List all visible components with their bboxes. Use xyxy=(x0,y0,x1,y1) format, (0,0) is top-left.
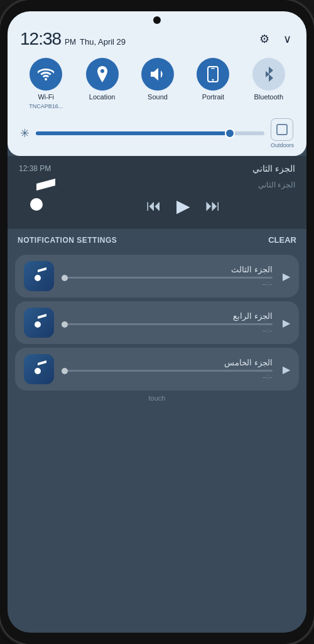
notif-play-3[interactable]: ▶ xyxy=(283,364,290,375)
notif-progress-2 xyxy=(62,323,273,325)
notif-title-3: الجزء الخامس xyxy=(62,358,273,367)
outdoors-button[interactable] xyxy=(271,118,293,141)
music-player: 12:38 PM الجزء الثاني الجزء الثاني ⏮ ▶ ⏭ xyxy=(8,156,306,229)
bluetooth-icon xyxy=(263,66,274,82)
music-icon-1 xyxy=(30,267,48,285)
svg-rect-1 xyxy=(211,68,215,69)
brightness-fill xyxy=(36,131,230,135)
player-title: الجزء الثاني xyxy=(252,164,295,174)
time-display: 12:38 PM Thu, April 29 xyxy=(20,29,126,49)
outdoors-label: Outdoors xyxy=(271,142,294,148)
portrait-circle xyxy=(197,58,229,91)
wifi-label: Wi-Fi xyxy=(38,93,54,101)
notif-title-2: الجزء الرابع xyxy=(62,311,273,321)
brightness-slider[interactable] xyxy=(36,131,264,135)
wifi-sublabel: TNCAPB16... xyxy=(29,103,63,109)
status-bar: 12:38 PM Thu, April 29 ⚙ ∨ xyxy=(18,29,296,49)
notif-content-1: الجزء الثالث --:-- xyxy=(62,265,273,287)
clock-ampm: PM xyxy=(65,38,76,47)
outdoors-square-icon xyxy=(276,123,288,136)
notif-duration-2: --:-- xyxy=(62,327,273,334)
notif-duration-1: --:-- xyxy=(62,280,273,287)
music-note-svg xyxy=(19,176,63,220)
music-icon-2 xyxy=(30,314,48,331)
notif-progress-dot-2 xyxy=(62,321,68,328)
notification-settings-label[interactable]: NOTIFICATION SETTINGS xyxy=(18,236,117,245)
bluetooth-circle xyxy=(252,58,285,91)
notif-card-2[interactable]: الجزء الرابع --:-- ▶ xyxy=(15,301,299,344)
toggles-row: Wi-Fi TNCAPB16... Location xyxy=(18,58,296,109)
player-body: الجزء الثاني ⏮ ▶ ⏭ xyxy=(19,176,295,220)
notif-title-1: الجزء الثالث xyxy=(62,265,273,274)
wifi-icon xyxy=(38,67,54,81)
player-right: الجزء الثاني ⏮ ▶ ⏭ xyxy=(72,180,295,216)
location-label: Location xyxy=(89,93,116,101)
notif-progress-dot-3 xyxy=(62,368,68,374)
svg-point-2 xyxy=(212,79,214,81)
player-subtitle: الجزء الثاني xyxy=(72,180,295,189)
player-time: 12:38 PM xyxy=(19,164,51,173)
notif-music-icon-2 xyxy=(24,308,54,338)
brightness-icon: ✳ xyxy=(20,126,30,140)
svg-rect-3 xyxy=(277,125,287,135)
notifications-area: NOTIFICATION SETTINGS CLEAR الجزء الثالث… xyxy=(8,229,306,404)
camera-notch xyxy=(153,16,161,24)
outdoors-wrapper: Outdoors xyxy=(271,118,294,148)
location-circle xyxy=(86,58,119,91)
toggle-portrait[interactable]: Portrait xyxy=(197,58,229,109)
music-icon-3 xyxy=(30,360,48,378)
play-button[interactable]: ▶ xyxy=(176,196,190,216)
status-icons: ⚙ ∨ xyxy=(257,32,294,46)
quick-settings-panel: 12:38 PM Thu, April 29 ⚙ ∨ xyxy=(8,11,306,156)
notif-content-3: الجزء الخامس --:-- xyxy=(62,358,273,380)
portrait-label: Portrait xyxy=(202,93,224,101)
phone-shell: 12:38 PM Thu, April 29 ⚙ ∨ xyxy=(0,0,314,644)
wifi-circle xyxy=(30,58,62,91)
player-controls: ⏮ ▶ ⏭ xyxy=(72,196,295,216)
toggle-sound[interactable]: Sound xyxy=(141,58,174,109)
notif-card-1[interactable]: الجزء الثالث --:-- ▶ xyxy=(15,255,299,297)
notif-music-icon-3 xyxy=(24,354,54,384)
notif-progress-1 xyxy=(62,277,273,279)
notif-music-icon-1 xyxy=(24,261,54,291)
music-note-icon xyxy=(19,176,63,220)
sound-icon xyxy=(149,67,166,82)
clock-time: 12:38 xyxy=(20,29,61,49)
player-header: 12:38 PM الجزء الثاني xyxy=(19,164,295,174)
clear-button[interactable]: CLEAR xyxy=(268,235,296,245)
notif-progress-3 xyxy=(62,370,273,372)
brightness-row: ✳ Outdoors xyxy=(18,118,296,148)
notif-play-1[interactable]: ▶ xyxy=(283,270,290,282)
sound-circle xyxy=(141,58,174,91)
phone-screen: 12:38 PM Thu, April 29 ⚙ ∨ xyxy=(8,11,306,633)
prev-button[interactable]: ⏮ xyxy=(146,197,161,214)
notif-duration-3: --:-- xyxy=(62,374,273,380)
clock-date: Thu, April 29 xyxy=(80,37,126,47)
notif-content-2: الجزء الرابع --:-- xyxy=(62,311,273,334)
toggle-wifi[interactable]: Wi-Fi TNCAPB16... xyxy=(29,58,63,109)
settings-icon[interactable]: ⚙ xyxy=(257,32,271,46)
bluetooth-label: Bluetooth xyxy=(254,93,283,101)
portrait-icon xyxy=(207,66,219,82)
chevron-down-icon[interactable]: ∨ xyxy=(280,32,294,46)
notif-play-2[interactable]: ▶ xyxy=(283,317,290,329)
notif-actions-bar: NOTIFICATION SETTINGS CLEAR xyxy=(8,229,306,251)
touch-label: touch xyxy=(8,394,306,404)
next-button[interactable]: ⏭ xyxy=(205,197,220,214)
toggle-bluetooth[interactable]: Bluetooth xyxy=(252,58,285,109)
toggle-location[interactable]: Location xyxy=(86,58,119,109)
location-icon xyxy=(96,66,109,82)
sound-label: Sound xyxy=(148,93,168,101)
notif-progress-dot-1 xyxy=(62,275,68,281)
notif-card-3[interactable]: الجزء الخامس --:-- ▶ xyxy=(15,348,299,391)
brightness-thumb xyxy=(225,128,235,138)
